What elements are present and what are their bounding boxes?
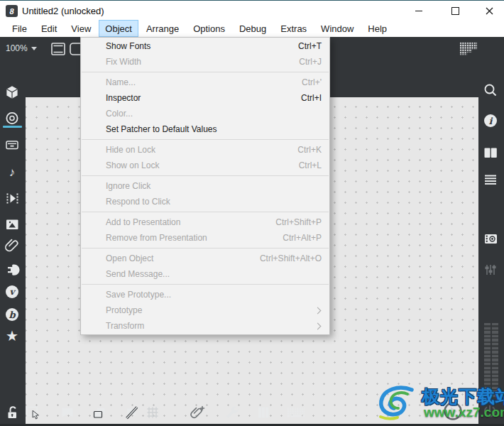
menu-item-name: Name...Ctrl+' bbox=[81, 75, 329, 90]
sequencer-icon[interactable] bbox=[4, 190, 21, 207]
reference-book-icon[interactable] bbox=[482, 144, 499, 161]
patcher-view-icon[interactable] bbox=[50, 40, 67, 58]
menu-bar: File Edit View Object Arrange Options De… bbox=[0, 20, 504, 37]
menu-help[interactable]: Help bbox=[361, 20, 393, 37]
menu-item-open-object: Open ObjectCtrl+Shift+Alt+O bbox=[81, 251, 329, 266]
layers-icon[interactable] bbox=[91, 404, 108, 421]
menu-separator bbox=[82, 284, 329, 285]
paperclip-icon[interactable] bbox=[4, 236, 21, 253]
menu-item-hide-on-lock: Hide on LockCtrl+K bbox=[81, 142, 329, 158]
menu-separator bbox=[82, 248, 329, 248]
beap-icon[interactable]: b bbox=[4, 306, 21, 323]
zoom-control[interactable]: 100% bbox=[6, 42, 37, 55]
menu-item-remove-from-presentation: Remove from PresentationCtrl+Alt+P bbox=[81, 230, 329, 246]
selected-tab-indicator bbox=[3, 126, 22, 128]
select-region-icon[interactable] bbox=[25, 404, 42, 421]
plug-icon[interactable] bbox=[4, 261, 21, 278]
vizzie-icon[interactable]: v bbox=[4, 283, 21, 300]
menu-view[interactable]: View bbox=[65, 20, 97, 37]
menu-item-show-fonts[interactable]: Show FontsCtrl+T bbox=[81, 38, 329, 54]
lens-icon[interactable] bbox=[4, 110, 21, 127]
wrench-icon[interactable] bbox=[224, 404, 241, 421]
info-icon[interactable]: i bbox=[482, 112, 499, 129]
browser-grid-icon[interactable] bbox=[460, 40, 477, 58]
menu-window[interactable]: Window bbox=[314, 20, 360, 37]
minimize-button[interactable] bbox=[405, 1, 433, 21]
keyboard-grid-icon[interactable] bbox=[287, 404, 305, 421]
search-icon[interactable] bbox=[482, 82, 499, 99]
menu-item-color: Color... bbox=[81, 106, 329, 121]
menu-item-respond-to-click: Respond to Click bbox=[81, 194, 329, 209]
menu-item-transform: Transform bbox=[81, 318, 329, 334]
menu-item-fix-width: Fix WidthCtrl+J bbox=[81, 54, 329, 70]
menu-item-prototype: Prototype bbox=[81, 302, 329, 318]
grid-icon[interactable] bbox=[144, 404, 161, 421]
console-list-icon[interactable] bbox=[482, 171, 499, 188]
audio-meter-left bbox=[484, 323, 491, 398]
close-button[interactable] bbox=[475, 1, 503, 21]
image-icon[interactable] bbox=[4, 216, 21, 233]
menu-separator bbox=[82, 72, 329, 72]
menu-options[interactable]: Options bbox=[187, 20, 231, 37]
presentation-flag-icon[interactable] bbox=[59, 404, 76, 421]
play-button[interactable] bbox=[443, 401, 463, 421]
menu-item-send-message: Send Message... bbox=[81, 266, 329, 282]
menu-item-set-patcher-defaults[interactable]: Set Patcher to Default Values bbox=[81, 121, 329, 137]
piano-keys-icon[interactable] bbox=[255, 404, 272, 421]
music-note-icon[interactable]: ♪ bbox=[4, 163, 21, 180]
menu-item-ignore-click: Ignore Click bbox=[81, 178, 329, 194]
menu-separator bbox=[82, 212, 329, 212]
menu-arrange[interactable]: Arrange bbox=[140, 20, 185, 37]
cube-icon[interactable] bbox=[4, 84, 21, 101]
svg-text:b: b bbox=[9, 310, 16, 320]
maximize-icon bbox=[451, 7, 459, 15]
unlock-icon[interactable] bbox=[4, 404, 21, 421]
menu-extras[interactable]: Extras bbox=[274, 20, 313, 37]
star-icon[interactable]: ★ bbox=[4, 327, 21, 344]
hide-flag-icon[interactable] bbox=[124, 404, 141, 421]
menu-separator bbox=[82, 139, 329, 140]
menu-debug[interactable]: Debug bbox=[233, 20, 273, 37]
power-button[interactable] bbox=[481, 403, 498, 420]
menu-object[interactable]: Object bbox=[99, 20, 138, 37]
menu-item-add-to-presentation: Add to PresentationCtrl+Shift+P bbox=[81, 214, 329, 230]
submenu-arrow-icon bbox=[314, 322, 322, 329]
zoom-level-label: 100% bbox=[6, 43, 28, 53]
zoom-caret-icon bbox=[31, 47, 37, 50]
object-menu-dropdown: Show FontsCtrl+T Fix WidthCtrl+J Name...… bbox=[80, 37, 330, 335]
menu-edit[interactable]: Edit bbox=[35, 20, 63, 37]
menu-item-inspector[interactable]: InspectorCtrl+I bbox=[81, 90, 329, 106]
max-app-icon: 8 bbox=[6, 5, 18, 17]
menu-item-show-on-lock: Show on LockCtrl+L bbox=[81, 158, 329, 173]
audio-meter-right bbox=[492, 323, 498, 398]
snapshot-camera-icon[interactable] bbox=[482, 230, 499, 247]
close-icon bbox=[486, 7, 493, 15]
attach-plus-icon[interactable] bbox=[189, 404, 206, 421]
window-titlebar: 8 Untitled2 (unlocked) bbox=[0, 0, 504, 20]
menu-file[interactable]: File bbox=[6, 20, 33, 37]
window-title: Untitled2 (unlocked) bbox=[22, 6, 104, 16]
minimize-icon bbox=[415, 11, 422, 11]
menu-separator bbox=[82, 175, 329, 176]
hardware-case-icon[interactable] bbox=[4, 136, 21, 153]
mixer-sliders-icon[interactable] bbox=[482, 261, 499, 278]
maximize-button[interactable] bbox=[441, 1, 469, 21]
menu-item-save-prototype: Save Prototype... bbox=[81, 287, 329, 302]
submenu-arrow-icon bbox=[314, 307, 322, 314]
